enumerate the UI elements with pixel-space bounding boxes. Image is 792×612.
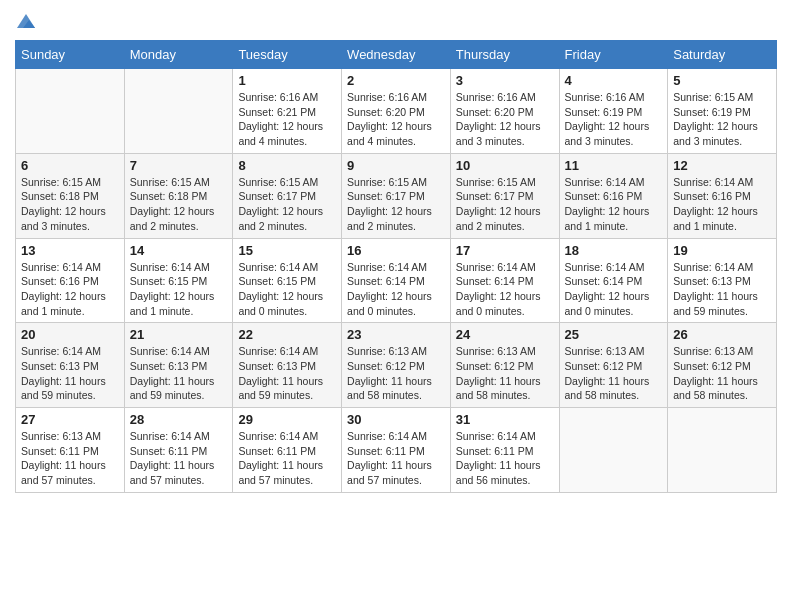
calendar-header-row: SundayMondayTuesdayWednesdayThursdayFrid… xyxy=(16,41,777,69)
calendar-header-saturday: Saturday xyxy=(668,41,777,69)
day-info: Sunrise: 6:16 AM Sunset: 6:19 PM Dayligh… xyxy=(565,90,663,149)
day-info: Sunrise: 6:15 AM Sunset: 6:17 PM Dayligh… xyxy=(456,175,554,234)
calendar-day-cell: 20Sunrise: 6:14 AM Sunset: 6:13 PM Dayli… xyxy=(16,323,125,408)
day-info: Sunrise: 6:14 AM Sunset: 6:15 PM Dayligh… xyxy=(238,260,336,319)
calendar-day-cell: 3Sunrise: 6:16 AM Sunset: 6:20 PM Daylig… xyxy=(450,69,559,154)
calendar-day-cell: 25Sunrise: 6:13 AM Sunset: 6:12 PM Dayli… xyxy=(559,323,668,408)
calendar-header-tuesday: Tuesday xyxy=(233,41,342,69)
page-header xyxy=(15,10,777,32)
calendar-day-cell: 27Sunrise: 6:13 AM Sunset: 6:11 PM Dayli… xyxy=(16,408,125,493)
calendar-day-cell xyxy=(124,69,233,154)
calendar-week-row: 1Sunrise: 6:16 AM Sunset: 6:21 PM Daylig… xyxy=(16,69,777,154)
day-info: Sunrise: 6:14 AM Sunset: 6:16 PM Dayligh… xyxy=(673,175,771,234)
day-info: Sunrise: 6:14 AM Sunset: 6:16 PM Dayligh… xyxy=(565,175,663,234)
day-info: Sunrise: 6:16 AM Sunset: 6:21 PM Dayligh… xyxy=(238,90,336,149)
day-number: 21 xyxy=(130,327,228,342)
day-number: 29 xyxy=(238,412,336,427)
day-number: 12 xyxy=(673,158,771,173)
day-info: Sunrise: 6:13 AM Sunset: 6:12 PM Dayligh… xyxy=(673,344,771,403)
day-number: 2 xyxy=(347,73,445,88)
calendar-day-cell: 19Sunrise: 6:14 AM Sunset: 6:13 PM Dayli… xyxy=(668,238,777,323)
day-number: 10 xyxy=(456,158,554,173)
day-info: Sunrise: 6:15 AM Sunset: 6:17 PM Dayligh… xyxy=(238,175,336,234)
day-number: 11 xyxy=(565,158,663,173)
day-number: 23 xyxy=(347,327,445,342)
day-number: 3 xyxy=(456,73,554,88)
calendar-week-row: 6Sunrise: 6:15 AM Sunset: 6:18 PM Daylig… xyxy=(16,153,777,238)
day-number: 15 xyxy=(238,243,336,258)
day-number: 28 xyxy=(130,412,228,427)
calendar-day-cell: 26Sunrise: 6:13 AM Sunset: 6:12 PM Dayli… xyxy=(668,323,777,408)
day-info: Sunrise: 6:14 AM Sunset: 6:13 PM Dayligh… xyxy=(238,344,336,403)
day-info: Sunrise: 6:15 AM Sunset: 6:17 PM Dayligh… xyxy=(347,175,445,234)
calendar-day-cell: 14Sunrise: 6:14 AM Sunset: 6:15 PM Dayli… xyxy=(124,238,233,323)
calendar-day-cell xyxy=(16,69,125,154)
day-info: Sunrise: 6:15 AM Sunset: 6:18 PM Dayligh… xyxy=(130,175,228,234)
day-info: Sunrise: 6:14 AM Sunset: 6:11 PM Dayligh… xyxy=(347,429,445,488)
day-number: 18 xyxy=(565,243,663,258)
day-info: Sunrise: 6:13 AM Sunset: 6:12 PM Dayligh… xyxy=(347,344,445,403)
day-number: 27 xyxy=(21,412,119,427)
day-number: 1 xyxy=(238,73,336,88)
day-number: 22 xyxy=(238,327,336,342)
calendar-day-cell: 13Sunrise: 6:14 AM Sunset: 6:16 PM Dayli… xyxy=(16,238,125,323)
day-number: 4 xyxy=(565,73,663,88)
day-number: 30 xyxy=(347,412,445,427)
day-number: 7 xyxy=(130,158,228,173)
day-info: Sunrise: 6:13 AM Sunset: 6:12 PM Dayligh… xyxy=(456,344,554,403)
calendar-day-cell: 10Sunrise: 6:15 AM Sunset: 6:17 PM Dayli… xyxy=(450,153,559,238)
calendar-table: SundayMondayTuesdayWednesdayThursdayFrid… xyxy=(15,40,777,493)
day-info: Sunrise: 6:14 AM Sunset: 6:13 PM Dayligh… xyxy=(673,260,771,319)
calendar-day-cell: 28Sunrise: 6:14 AM Sunset: 6:11 PM Dayli… xyxy=(124,408,233,493)
calendar-day-cell: 11Sunrise: 6:14 AM Sunset: 6:16 PM Dayli… xyxy=(559,153,668,238)
day-info: Sunrise: 6:14 AM Sunset: 6:14 PM Dayligh… xyxy=(565,260,663,319)
day-info: Sunrise: 6:16 AM Sunset: 6:20 PM Dayligh… xyxy=(456,90,554,149)
calendar-header-monday: Monday xyxy=(124,41,233,69)
day-info: Sunrise: 6:14 AM Sunset: 6:14 PM Dayligh… xyxy=(347,260,445,319)
day-info: Sunrise: 6:14 AM Sunset: 6:16 PM Dayligh… xyxy=(21,260,119,319)
day-info: Sunrise: 6:14 AM Sunset: 6:15 PM Dayligh… xyxy=(130,260,228,319)
day-number: 19 xyxy=(673,243,771,258)
calendar-day-cell xyxy=(559,408,668,493)
calendar-day-cell: 2Sunrise: 6:16 AM Sunset: 6:20 PM Daylig… xyxy=(342,69,451,154)
logo-icon xyxy=(15,10,37,32)
calendar-day-cell: 7Sunrise: 6:15 AM Sunset: 6:18 PM Daylig… xyxy=(124,153,233,238)
day-number: 5 xyxy=(673,73,771,88)
day-number: 6 xyxy=(21,158,119,173)
calendar-day-cell: 15Sunrise: 6:14 AM Sunset: 6:15 PM Dayli… xyxy=(233,238,342,323)
calendar-day-cell: 6Sunrise: 6:15 AM Sunset: 6:18 PM Daylig… xyxy=(16,153,125,238)
day-info: Sunrise: 6:16 AM Sunset: 6:20 PM Dayligh… xyxy=(347,90,445,149)
day-number: 24 xyxy=(456,327,554,342)
day-info: Sunrise: 6:14 AM Sunset: 6:13 PM Dayligh… xyxy=(21,344,119,403)
calendar-day-cell: 18Sunrise: 6:14 AM Sunset: 6:14 PM Dayli… xyxy=(559,238,668,323)
calendar-day-cell: 29Sunrise: 6:14 AM Sunset: 6:11 PM Dayli… xyxy=(233,408,342,493)
calendar-header-thursday: Thursday xyxy=(450,41,559,69)
calendar-day-cell: 30Sunrise: 6:14 AM Sunset: 6:11 PM Dayli… xyxy=(342,408,451,493)
day-info: Sunrise: 6:14 AM Sunset: 6:14 PM Dayligh… xyxy=(456,260,554,319)
day-number: 8 xyxy=(238,158,336,173)
calendar-day-cell xyxy=(668,408,777,493)
day-info: Sunrise: 6:13 AM Sunset: 6:11 PM Dayligh… xyxy=(21,429,119,488)
calendar-week-row: 20Sunrise: 6:14 AM Sunset: 6:13 PM Dayli… xyxy=(16,323,777,408)
calendar-body: 1Sunrise: 6:16 AM Sunset: 6:21 PM Daylig… xyxy=(16,69,777,493)
calendar-day-cell: 23Sunrise: 6:13 AM Sunset: 6:12 PM Dayli… xyxy=(342,323,451,408)
calendar-day-cell: 8Sunrise: 6:15 AM Sunset: 6:17 PM Daylig… xyxy=(233,153,342,238)
calendar-day-cell: 17Sunrise: 6:14 AM Sunset: 6:14 PM Dayli… xyxy=(450,238,559,323)
calendar-day-cell: 9Sunrise: 6:15 AM Sunset: 6:17 PM Daylig… xyxy=(342,153,451,238)
day-number: 13 xyxy=(21,243,119,258)
day-info: Sunrise: 6:13 AM Sunset: 6:12 PM Dayligh… xyxy=(565,344,663,403)
calendar-day-cell: 5Sunrise: 6:15 AM Sunset: 6:19 PM Daylig… xyxy=(668,69,777,154)
calendar-day-cell: 22Sunrise: 6:14 AM Sunset: 6:13 PM Dayli… xyxy=(233,323,342,408)
day-info: Sunrise: 6:14 AM Sunset: 6:11 PM Dayligh… xyxy=(130,429,228,488)
day-info: Sunrise: 6:14 AM Sunset: 6:11 PM Dayligh… xyxy=(456,429,554,488)
day-number: 25 xyxy=(565,327,663,342)
day-info: Sunrise: 6:14 AM Sunset: 6:11 PM Dayligh… xyxy=(238,429,336,488)
calendar-day-cell: 1Sunrise: 6:16 AM Sunset: 6:21 PM Daylig… xyxy=(233,69,342,154)
day-info: Sunrise: 6:15 AM Sunset: 6:19 PM Dayligh… xyxy=(673,90,771,149)
logo xyxy=(15,10,39,32)
calendar-day-cell: 4Sunrise: 6:16 AM Sunset: 6:19 PM Daylig… xyxy=(559,69,668,154)
calendar-day-cell: 16Sunrise: 6:14 AM Sunset: 6:14 PM Dayli… xyxy=(342,238,451,323)
day-number: 20 xyxy=(21,327,119,342)
calendar-day-cell: 31Sunrise: 6:14 AM Sunset: 6:11 PM Dayli… xyxy=(450,408,559,493)
calendar-header-friday: Friday xyxy=(559,41,668,69)
